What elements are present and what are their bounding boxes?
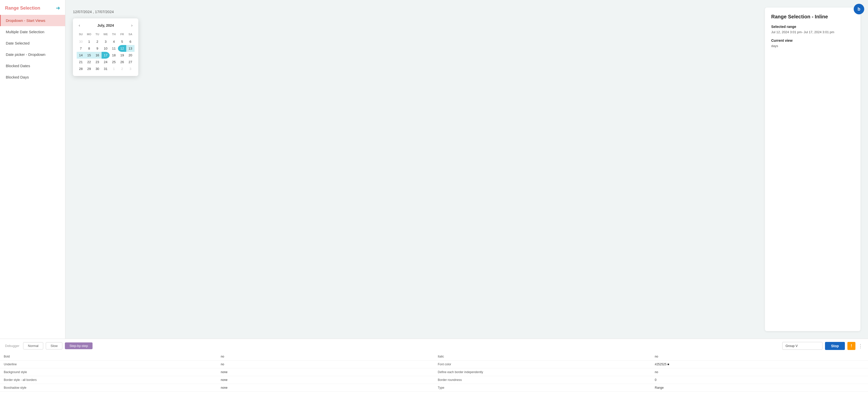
props-grid: Bold no Italic no Underline no Font colo… — [0, 353, 868, 394]
current-view-section: Current view days — [771, 38, 854, 48]
cal-day-24[interactable]: 24 — [101, 59, 110, 65]
info-panel-title: Range Selection - Inline — [771, 14, 854, 20]
calendar-nav: ‹ July, 2024 › — [77, 22, 134, 29]
cal-day-20[interactable]: 20 — [126, 52, 134, 59]
prop-label-italic: Italic — [434, 353, 651, 361]
cal-day-16[interactable]: 16 — [93, 52, 101, 59]
prop-label-font-color: Font color — [434, 361, 651, 368]
info-panel: Range Selection - Inline Selected range … — [765, 7, 861, 331]
sidebar-item-blocked-dates[interactable]: Blocked Dates — [0, 60, 65, 71]
step-by-step-button[interactable]: Step-by-step — [65, 342, 93, 349]
calendar-section: 12/07/2024 , 17/07/2024 ‹ July, 2024 › S… — [73, 7, 757, 331]
stop-button[interactable]: Stop — [825, 342, 845, 350]
cal-day-1-next[interactable]: 1 — [110, 65, 118, 72]
prop-label-bold: Bold — [0, 353, 217, 361]
sidebar-arrow-icon[interactable]: ➜ — [56, 5, 60, 11]
cal-day-2-next[interactable]: 2 — [118, 65, 126, 72]
normal-button[interactable]: Normal — [23, 342, 43, 350]
selected-range-section: Selected range Jul 12, 2024 3:01 pm- Jul… — [771, 25, 854, 34]
cal-day-9[interactable]: 9 — [93, 45, 101, 52]
cal-day-8[interactable]: 8 — [85, 45, 93, 52]
cal-day-10[interactable]: 10 — [101, 45, 110, 52]
current-view-value: days — [771, 44, 854, 48]
selected-range-value: Jul 12, 2024 3:01 pm- Jul 17, 2024 3:01 … — [771, 30, 854, 34]
cal-day-26[interactable]: 26 — [118, 59, 126, 65]
sidebar-item-date-selected[interactable]: Date Selected — [0, 37, 65, 49]
calendar-week-3: 14 15 16 17 18 19 20 — [77, 52, 134, 59]
sidebar-item-multiple-date[interactable]: Multiple Date Selection — [0, 26, 65, 37]
cal-day-22[interactable]: 22 — [85, 59, 93, 65]
calendar-grid: SU MO TU WE TH FR SA 30 1 2 3 4 — [77, 32, 134, 72]
prop-label-type: Type — [434, 384, 651, 392]
prop-label-bg-style: Background style — [0, 368, 217, 376]
warning-icon: ! — [847, 342, 856, 350]
cal-day-17-end[interactable]: 17 — [101, 52, 110, 59]
cal-day-14[interactable]: 14 — [77, 52, 85, 59]
cal-day-31[interactable]: 31 — [101, 65, 110, 72]
cal-day-7[interactable]: 7 — [77, 45, 85, 52]
selected-range-label: Selected range — [771, 25, 854, 29]
cal-day-3[interactable]: 3 — [101, 38, 110, 45]
cal-day-11[interactable]: 11 — [110, 45, 118, 52]
cal-day-30[interactable]: 30 — [93, 65, 101, 72]
debugger-bar: Debugger Normal Slow Step-by-step Group … — [0, 339, 868, 353]
prop-label-initial-date: Initial Date — [0, 392, 217, 394]
prop-value-italic: no — [651, 353, 868, 361]
sidebar-item-date-picker-dropdown[interactable]: Date picker - Dropdown — [0, 49, 65, 60]
prev-month-button[interactable]: ‹ — [77, 22, 82, 29]
more-options-icon[interactable]: ⋮ — [858, 343, 863, 349]
prop-value-initial-date: (empty) — [217, 392, 434, 394]
cal-day-23[interactable]: 23 — [93, 59, 101, 65]
cal-day-28[interactable]: 28 — [77, 65, 85, 72]
prop-value-bold: no — [217, 353, 434, 361]
cal-day-19[interactable]: 19 — [118, 52, 126, 59]
prop-value-type: Range — [651, 384, 868, 392]
calendar-month-year: July, 2024 — [97, 23, 114, 27]
cal-day-2[interactable]: 2 — [93, 38, 101, 45]
calendar-popup: ‹ July, 2024 › SU MO TU WE TH F — [73, 18, 138, 76]
cal-day-6[interactable]: 6 — [126, 38, 134, 45]
cal-day-21[interactable]: 21 — [77, 59, 85, 65]
prop-label-underline: Underline — [0, 361, 217, 368]
prop-value-boxshadow: none — [217, 384, 434, 392]
cal-day-3-next[interactable]: 3 — [126, 65, 134, 72]
hint-text: Click on the element and check all his v… — [434, 392, 868, 394]
calendar-weekday-headers: SU MO TU WE TH FR SA — [77, 32, 134, 37]
cal-day-29[interactable]: 29 — [85, 65, 93, 72]
prop-label-border-style: Border style - all borders — [0, 376, 217, 384]
calendar-week-5: 28 29 30 31 1 2 3 — [77, 65, 134, 72]
cal-day-25[interactable]: 25 — [110, 59, 118, 65]
sidebar-title: Range Selection ➜ — [0, 5, 65, 15]
date-input-display[interactable]: 12/07/2024 , 17/07/2024 — [73, 7, 757, 16]
debugger-label: Debugger — [5, 344, 19, 348]
cal-day-13[interactable]: 13 — [126, 45, 134, 52]
content-area: 12/07/2024 , 17/07/2024 ‹ July, 2024 › S… — [65, 0, 868, 339]
properties-table: Bold no Italic no Underline no Font colo… — [0, 353, 868, 394]
cal-day-5[interactable]: 5 — [118, 38, 126, 45]
prop-value-border-roundness: 0 — [651, 376, 868, 384]
calendar-week-1: 30 1 2 3 4 5 6 — [77, 38, 134, 45]
main-area: Range Selection ➜ Dropdown - Start Views… — [0, 0, 868, 339]
calendar-week-2: 7 8 9 10 11 12 13 — [77, 45, 134, 52]
slow-button[interactable]: Slow — [46, 342, 62, 350]
prop-value-font-color: #252525 ■ — [651, 361, 868, 368]
cal-day-1[interactable]: 1 — [85, 38, 93, 45]
cal-day-4[interactable]: 4 — [110, 38, 118, 45]
prop-label-border-roundness: Border roundness — [434, 376, 651, 384]
group-select-wrapper: Group V — [782, 342, 823, 350]
sidebar: Range Selection ➜ Dropdown - Start Views… — [0, 0, 65, 339]
next-month-button[interactable]: › — [129, 22, 134, 29]
sidebar-item-blocked-days[interactable]: Blocked Days — [0, 71, 65, 83]
cal-day-15[interactable]: 15 — [85, 52, 93, 59]
cal-day-27[interactable]: 27 — [126, 59, 134, 65]
cal-day-12-start[interactable]: 12 — [118, 45, 126, 52]
current-view-label: Current view — [771, 38, 854, 42]
cal-day-18[interactable]: 18 — [110, 52, 118, 59]
group-select[interactable]: Group V — [782, 342, 823, 350]
sidebar-title-text: Range Selection — [5, 5, 40, 11]
user-avatar[interactable]: b — [854, 4, 864, 14]
prop-label-boxshadow: Boxshadow style — [0, 384, 217, 392]
sidebar-item-dropdown-start-views[interactable]: Dropdown - Start Views — [0, 15, 65, 26]
cal-day-30-prev[interactable]: 30 — [77, 38, 85, 45]
prop-value-underline: no — [217, 361, 434, 368]
